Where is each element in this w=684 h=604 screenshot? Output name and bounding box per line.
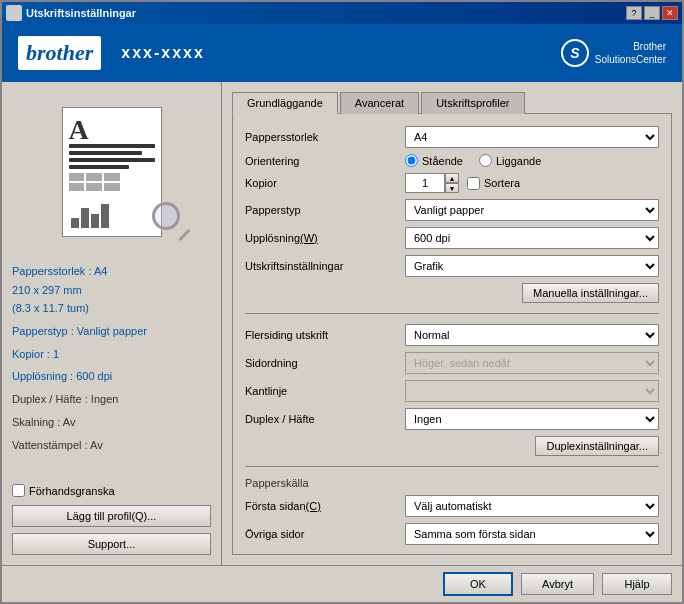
kantlinje-control bbox=[405, 380, 659, 402]
liggande-label: Liggande bbox=[496, 155, 541, 167]
forsta-sidan-control: Välj automatiskt Kassett 1 bbox=[405, 495, 659, 517]
hjälp-button[interactable]: Hjälp bbox=[602, 573, 672, 595]
tab-utskriftsprofiler[interactable]: Utskriftsprofiler bbox=[421, 92, 524, 114]
forhandsgranska-row: Förhandsgranska bbox=[12, 484, 211, 497]
avbryt-button[interactable]: Avbryt bbox=[521, 573, 594, 595]
logo-area: brother xxx-xxxx bbox=[18, 36, 205, 70]
preview-letter: A bbox=[69, 114, 89, 146]
ok-button[interactable]: OK bbox=[443, 572, 513, 596]
pappersstorlek-control: A4 A3 A5 Letter bbox=[405, 126, 659, 148]
utskriftsinst-row: Utskriftsinställningar Grafik Text Foto bbox=[245, 255, 659, 277]
liggande-radio-label: Liggande bbox=[479, 154, 541, 167]
duplex-btn-row: Duplexinställningar... bbox=[245, 436, 659, 456]
tab-grundlaggande[interactable]: Grundläggande bbox=[232, 92, 338, 114]
sortera-checkbox[interactable] bbox=[467, 177, 480, 190]
solutions-icon: S bbox=[561, 39, 589, 67]
kantlinje-label: Kantlinje bbox=[245, 385, 405, 397]
sidordning-select[interactable]: Höger, sedan nedåt bbox=[405, 352, 659, 374]
upplösning-select[interactable]: 600 dpi 1200 dpi 300 dpi bbox=[405, 227, 659, 249]
solutions-center: S Brother SolutionsCenter bbox=[561, 39, 666, 67]
kopior-spinner-buttons: ▲ ▼ bbox=[445, 173, 459, 193]
duplex-label: Duplex / Häfte bbox=[245, 413, 405, 425]
orientering-control: Stående Liggande bbox=[405, 154, 659, 167]
papperstyp-row: Papperstyp Vanligt papper Tjockt papper … bbox=[245, 199, 659, 221]
skalning-info: Skalning : Av bbox=[12, 413, 211, 432]
pappersstorlek-label: Pappersstorlek bbox=[245, 131, 405, 143]
main-window: Utskriftsinställningar ? _ ✕ brother xxx… bbox=[0, 0, 684, 604]
duplex-select[interactable]: Ingen Lång sida Kort sida bbox=[405, 408, 659, 430]
kopior-up-button[interactable]: ▲ bbox=[445, 173, 459, 183]
staende-radio-label: Stående bbox=[405, 154, 463, 167]
papperskalla-section: Papperskälla Första sidan(C) Välj automa… bbox=[245, 477, 659, 545]
papperstyp-info: Papperstyp : Vanligt papper bbox=[12, 322, 211, 341]
forsta-sidan-select[interactable]: Välj automatiskt Kassett 1 bbox=[405, 495, 659, 517]
pappersstorlek-row: Pappersstorlek A4 A3 A5 Letter bbox=[245, 126, 659, 148]
kopior-info: Kopior : 1 bbox=[12, 345, 211, 364]
flersiding-select[interactable]: Normal 2 i 1 4 i 1 bbox=[405, 324, 659, 346]
flersiding-row: Flersiding utskrift Normal 2 i 1 4 i 1 bbox=[245, 324, 659, 346]
kantlinje-select[interactable] bbox=[405, 380, 659, 402]
duplex-row: Duplex / Häfte Ingen Lång sida Kort sida bbox=[245, 408, 659, 430]
flersiding-control: Normal 2 i 1 4 i 1 bbox=[405, 324, 659, 346]
header-bar: brother xxx-xxxx S Brother SolutionsCent… bbox=[2, 24, 682, 82]
brother-logo: brother bbox=[18, 36, 101, 70]
ovriga-sidor-control: Samma som första sidan Kassett 1 bbox=[405, 523, 659, 545]
papperstyp-select[interactable]: Vanligt papper Tjockt papper Tunt papper bbox=[405, 199, 659, 221]
flersiding-label: Flersiding utskrift bbox=[245, 329, 405, 341]
preview-line bbox=[69, 158, 155, 162]
upplösning-label-text: Upplösning bbox=[245, 232, 300, 244]
tab-avancerat[interactable]: Avancerat bbox=[340, 92, 419, 114]
orientering-row: Orientering Stående Liggande bbox=[245, 154, 659, 167]
kopior-row: Kopior ▲ ▼ Sortera bbox=[245, 173, 659, 193]
left-panel: A bbox=[2, 82, 222, 565]
preview-area: A bbox=[22, 92, 202, 252]
left-buttons: Lägg till profil(Q)... Support... bbox=[12, 505, 211, 555]
tab-content-grundlaggande: Pappersstorlek A4 A3 A5 Letter Orienteri… bbox=[232, 113, 672, 555]
utskriftsinst-label: Utskriftsinställningar bbox=[245, 260, 405, 272]
forhandsgranska-label: Förhandsgranska bbox=[29, 485, 115, 497]
window-title: Utskriftsinställningar bbox=[26, 7, 136, 19]
minimize-button[interactable]: _ bbox=[644, 6, 660, 20]
sidordning-row: Sidordning Höger, sedan nedåt bbox=[245, 352, 659, 374]
ovriga-sidor-select[interactable]: Samma som första sidan Kassett 1 bbox=[405, 523, 659, 545]
preview-line bbox=[69, 165, 129, 169]
liggande-radio[interactable] bbox=[479, 154, 492, 167]
window-controls: ? _ ✕ bbox=[626, 6, 678, 20]
preview-line bbox=[69, 151, 142, 155]
upplösning-label: Upplösning(W) bbox=[245, 232, 405, 244]
main-content: A bbox=[2, 82, 682, 565]
close-button[interactable]: ✕ bbox=[662, 6, 678, 20]
staende-label: Stående bbox=[422, 155, 463, 167]
solutions-text: Brother SolutionsCenter bbox=[595, 40, 666, 66]
utskriftsinst-select[interactable]: Grafik Text Foto bbox=[405, 255, 659, 277]
upplösning-info: Upplösning : 600 dpi bbox=[12, 367, 211, 386]
kopior-control: ▲ ▼ Sortera bbox=[405, 173, 659, 193]
kopior-input[interactable] bbox=[405, 173, 445, 193]
right-panel: Grundläggande Avancerat Utskriftsprofile… bbox=[222, 82, 682, 565]
forhandsgranska-checkbox[interactable] bbox=[12, 484, 25, 497]
papperstyp-control: Vanligt papper Tjockt papper Tunt papper bbox=[405, 199, 659, 221]
tabs: Grundläggande Avancerat Utskriftsprofile… bbox=[232, 92, 672, 114]
sidordning-label: Sidordning bbox=[245, 357, 405, 369]
forsta-sidan-label: Första sidan(C) bbox=[245, 500, 405, 512]
utskriftsinst-control: Grafik Text Foto bbox=[405, 255, 659, 277]
manuella-button[interactable]: Manuella inställningar... bbox=[522, 283, 659, 303]
window-icon bbox=[6, 5, 22, 21]
pappersstorlek-select[interactable]: A4 A3 A5 Letter bbox=[405, 126, 659, 148]
duplex-control: Ingen Lång sida Kort sida bbox=[405, 408, 659, 430]
kopior-down-button[interactable]: ▼ bbox=[445, 183, 459, 193]
paper-info: Pappersstorlek : A4 210 x 297 mm (8.3 x … bbox=[12, 262, 211, 318]
support-button[interactable]: Support... bbox=[12, 533, 211, 555]
magnifier-icon bbox=[152, 202, 192, 242]
kopior-spinner: ▲ ▼ bbox=[405, 173, 459, 193]
papperskalla-title: Papperskälla bbox=[245, 477, 659, 489]
lagg-till-profil-button[interactable]: Lägg till profil(Q)... bbox=[12, 505, 211, 527]
sortera-label: Sortera bbox=[484, 177, 520, 189]
staende-radio[interactable] bbox=[405, 154, 418, 167]
section-divider-2 bbox=[245, 466, 659, 467]
upplösning-row: Upplösning(W) 600 dpi 1200 dpi 300 dpi bbox=[245, 227, 659, 249]
sortera-check: Sortera bbox=[467, 177, 520, 190]
help-button[interactable]: ? bbox=[626, 6, 642, 20]
duplexinst-button[interactable]: Duplexinställningar... bbox=[535, 436, 659, 456]
bottom-bar: OK Avbryt Hjälp bbox=[2, 565, 682, 602]
